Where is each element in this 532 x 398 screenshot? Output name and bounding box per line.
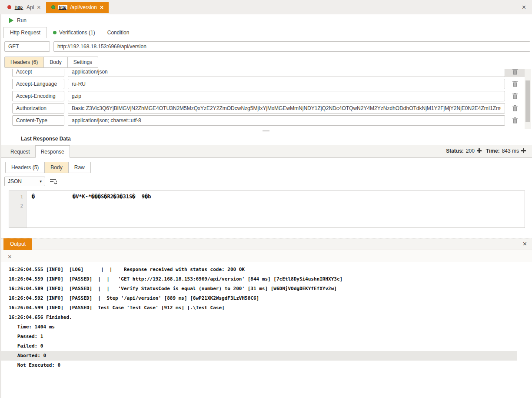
header-value-input[interactable] (68, 79, 505, 89)
editor-content[interactable]: � �V*K-*���S�R2�3�31S� 9�b (27, 191, 525, 227)
header-value-input[interactable] (68, 91, 505, 101)
headers-list (0, 69, 532, 129)
output-toolbar: × (0, 250, 532, 262)
header-value-input[interactable] (68, 103, 505, 114)
tab-response-raw[interactable]: Raw (69, 162, 90, 173)
close-tab-icon[interactable]: × (100, 4, 103, 10)
status-dot-red-icon (7, 5, 11, 9)
header-row (12, 102, 532, 114)
http-badge-icon: http (58, 5, 67, 10)
format-body-icon[interactable] (50, 179, 57, 184)
log-line: Failed: 0 (0, 341, 532, 351)
log-line: 16:26:04.599 [INFO] [PASSED] Test Case '… (0, 303, 532, 313)
run-play-icon[interactable] (9, 18, 13, 23)
trash-icon (512, 93, 518, 99)
header-name-input[interactable] (12, 79, 64, 89)
header-row (12, 69, 532, 78)
log-line: Time: 1404 ms (0, 322, 532, 332)
headers-scrollbar[interactable] (525, 69, 531, 129)
log-line: 16:26:04.589 [INFO] [PASSED] | | 'Verify… (0, 284, 532, 294)
close-tab-icon[interactable]: × (37, 4, 40, 10)
header-row (12, 114, 532, 127)
tab-condition[interactable]: Condition (101, 27, 136, 38)
doc-tab-label: Api (27, 4, 34, 10)
header-row (12, 90, 532, 102)
output-panel: Output × × 16:26:04.555 [INFO] [LOG] | |… (0, 238, 532, 370)
status-dot-green-icon (51, 5, 55, 9)
tab-verifications[interactable]: Verifications (1) (47, 27, 101, 38)
format-select[interactable]: JSON ▾ (4, 177, 45, 186)
tab-response[interactable]: Response (35, 145, 70, 158)
tab-settings[interactable]: Settings (68, 57, 98, 67)
tab-output[interactable]: Output (3, 238, 32, 250)
splitter-grip (263, 130, 269, 130)
log-line: Passed: 1 (0, 332, 532, 341)
chevron-down-icon: ▾ (40, 179, 42, 184)
verification-dot-icon (53, 31, 57, 34)
run-toolbar: Run (0, 14, 532, 27)
tab-http-request[interactable]: Http Request (3, 27, 47, 38)
log-line: 16:26:04.559 [INFO] [PASSED] | | 'GET ht… (0, 274, 532, 284)
scrollbar-thumb[interactable] (525, 80, 530, 122)
log-line: Not Executed: 0 (0, 361, 532, 370)
run-button[interactable]: Run (17, 17, 27, 23)
trash-icon (512, 117, 518, 124)
header-value-input[interactable] (68, 69, 505, 77)
status-label: Status: (446, 148, 464, 154)
header-value-input[interactable] (68, 115, 505, 126)
tab-label: Verifications (1) (59, 30, 95, 36)
header-name-input[interactable] (12, 69, 64, 77)
request-body-tabs: Headers (6) Body Settings (0, 52, 532, 68)
code-line: � �V*K-*���S�R2�3�31S� 9�b (32, 192, 525, 201)
log-line-highlighted: Aborted: 0 (0, 351, 517, 361)
header-name-input[interactable] (12, 91, 64, 101)
delete-header-button[interactable] (505, 115, 525, 126)
url-input[interactable] (53, 41, 530, 52)
log-line: 16:26:04.656 Finished. (0, 313, 532, 322)
delete-header-button[interactable] (505, 79, 525, 89)
output-bar: Output × (0, 238, 532, 250)
trash-icon (512, 105, 518, 111)
tab-label: Condition (107, 30, 130, 36)
last-response-data-title: Last Response Data (0, 132, 532, 145)
status-metric: Status: 200 (446, 148, 482, 154)
time-value: 843 ms (502, 148, 519, 154)
document-tabbar: http Api × http /api/version × × (0, 0, 532, 14)
url-row (0, 38, 532, 52)
time-label: Time: (486, 148, 500, 154)
doc-tab-api[interactable]: http Api × (2, 2, 46, 13)
tab-response-headers[interactable]: Headers (5) (6, 162, 45, 173)
format-select-value: JSON (8, 178, 22, 184)
editor-gutter: 1 2 (9, 191, 27, 227)
close-panel-icon[interactable]: × (519, 3, 529, 11)
header-name-input[interactable] (12, 103, 64, 114)
response-tabstrip: Request Response Status: 200 Time: 843 m… (0, 145, 532, 158)
app-window: http Api × http /api/version × × Run Htt… (0, 0, 532, 398)
line-number: 2 (9, 201, 23, 211)
close-output-icon[interactable]: × (518, 240, 532, 248)
tab-body[interactable]: Body (44, 57, 67, 67)
add-time-assertion-plus-icon[interactable] (521, 148, 526, 153)
response-body: Headers (5) Body Raw JSON ▾ 1 2 (0, 158, 532, 228)
trash-icon (512, 81, 518, 87)
splitter-grip (263, 131, 269, 131)
header-name-input[interactable] (12, 115, 64, 126)
doc-tab-api-version[interactable]: http /api/version × (46, 2, 109, 13)
tab-headers[interactable]: Headers (6) (5, 57, 44, 67)
doc-tab-label: /api/version (70, 4, 97, 10)
delete-header-button[interactable] (505, 103, 525, 114)
trash-icon (512, 69, 518, 75)
http-badge-icon: http (14, 5, 23, 10)
status-value: 200 (466, 148, 475, 154)
delete-header-button[interactable] (505, 69, 525, 77)
format-row: JSON ▾ (0, 173, 532, 186)
tab-response-body[interactable]: Body (45, 162, 68, 173)
response-editor[interactable]: 1 2 � �V*K-*���S�R2�3�31S� 9�b (9, 191, 525, 228)
clear-output-icon[interactable]: × (0, 253, 12, 260)
add-status-assertion-plus-icon[interactable] (477, 148, 482, 153)
tab-request[interactable]: Request (5, 145, 35, 158)
delete-header-button[interactable] (505, 91, 525, 101)
response-body-tabs: Headers (5) Body Raw (0, 162, 532, 173)
method-input[interactable] (4, 41, 50, 52)
output-log: 16:26:04.555 [INFO] [LOG] | | Response r… (0, 262, 532, 370)
